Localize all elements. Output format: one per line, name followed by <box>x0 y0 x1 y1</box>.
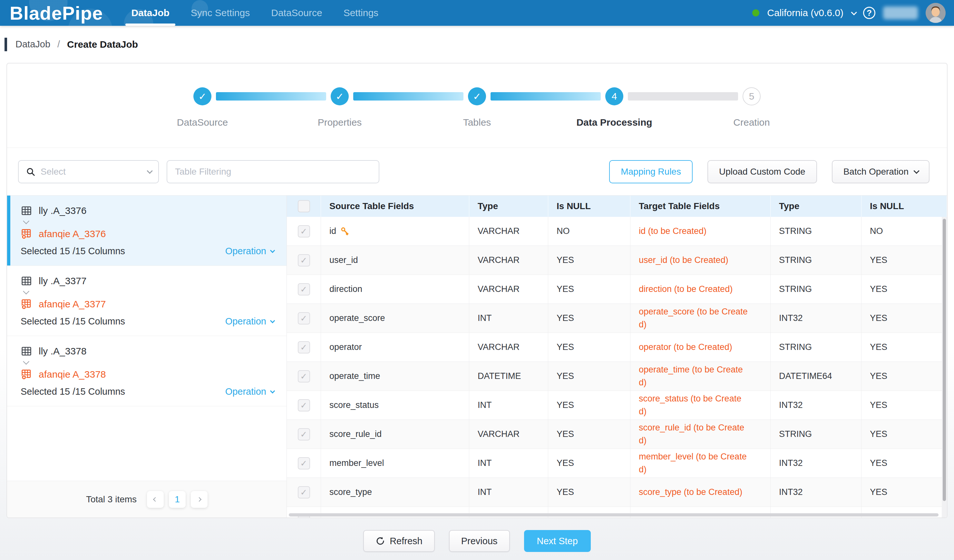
check-icon: ✓ <box>300 372 307 381</box>
batch-operation-button[interactable]: Batch Operation <box>832 160 929 184</box>
table-filter-input[interactable] <box>167 160 379 184</box>
source-table-icon <box>20 276 32 286</box>
source-field-cell: id <box>321 217 469 246</box>
table-list: lly .A_3376afanqie A_3376Selected 15 /15… <box>7 196 287 406</box>
mapping-rules-button[interactable]: Mapping Rules <box>609 160 693 184</box>
chevron-down-icon[interactable] <box>851 9 857 15</box>
next-step-button[interactable]: Next Step <box>524 530 591 552</box>
row-checkbox[interactable]: ✓ <box>298 457 310 470</box>
step-connector <box>628 92 738 101</box>
table-list-panel: lly .A_3376afanqie A_3376Selected 15 /15… <box>7 196 287 518</box>
main-card: ✓DataSource✓Properties✓Tables4Data Proce… <box>6 63 948 518</box>
source-null-cell: YES <box>548 304 630 333</box>
status-dot-icon <box>752 9 759 16</box>
source-null-cell: YES <box>548 420 630 448</box>
nav-item-sync-settings[interactable]: Sync Settings <box>191 0 250 26</box>
prev-page-button[interactable] <box>147 491 164 508</box>
target-null-cell: YES <box>862 304 947 333</box>
chevron-down-icon <box>147 168 153 174</box>
target-null-cell: YES <box>862 362 947 390</box>
user-area: California (v0.6.0) ? <box>752 3 946 23</box>
nav-item-datasource[interactable]: DataSource <box>271 0 322 26</box>
user-avatar[interactable] <box>926 3 946 23</box>
page-title: Create DataJob <box>67 39 138 50</box>
operation-dropdown[interactable]: Operation <box>225 386 274 397</box>
source-type-cell: VARCHAR <box>469 246 548 275</box>
row-checkbox[interactable]: ✓ <box>298 225 310 238</box>
source-field-cell: operate_time <box>321 362 469 390</box>
next-page-button[interactable] <box>191 491 207 508</box>
chevron-down-icon <box>270 248 275 253</box>
table-select-dropdown[interactable]: Select <box>18 160 159 184</box>
nav-item-datajob[interactable]: DataJob <box>131 0 169 26</box>
step-connector <box>216 92 326 101</box>
field-mapping-table: Source Table Fields Type Is NULL Target … <box>287 196 947 518</box>
upload-custom-code-button[interactable]: Upload Custom Code <box>708 160 817 184</box>
step-label: Creation <box>733 117 770 128</box>
breadcrumb: DataJob / Create DataJob <box>0 26 954 63</box>
step-data-processing: 4Data Processing <box>605 87 624 105</box>
target-type-cell: STRING <box>771 246 862 275</box>
row-checkbox[interactable]: ✓ <box>298 254 310 266</box>
row-checkbox[interactable]: ✓ <box>298 428 310 440</box>
vertical-scrollbar-track[interactable] <box>942 217 947 518</box>
row-checkbox[interactable]: ✓ <box>298 486 310 498</box>
target-null-cell: NO <box>862 217 947 246</box>
field-row: ✓idVARCHARNOid (to be Created)STRINGNO <box>287 217 947 246</box>
row-checkbox[interactable]: ✓ <box>298 341 310 353</box>
source-field-cell: score_rule_id <box>321 420 469 448</box>
target-type-cell: INT32 <box>771 304 862 333</box>
horizontal-scrollbar-thumb[interactable] <box>289 513 938 516</box>
breadcrumb-section[interactable]: DataJob <box>16 39 50 50</box>
target-table-name: afanqie A_3377 <box>39 299 106 310</box>
environment-selector[interactable]: California (v0.6.0) <box>767 8 843 19</box>
app-logo: BladePipe <box>10 2 103 24</box>
breadcrumb-indicator <box>5 38 7 51</box>
select-all-checkbox[interactable] <box>298 200 310 212</box>
stepper: ✓DataSource✓Properties✓Tables4Data Proce… <box>193 87 761 105</box>
help-icon[interactable]: ? <box>863 7 875 19</box>
refresh-button[interactable]: Refresh <box>363 530 435 552</box>
field-row: ✓operate_timeDATETIMEYESoperate_time (to… <box>287 362 947 391</box>
check-icon: ✓ <box>300 517 307 518</box>
target-null-cell: YES <box>862 420 947 448</box>
total-items-label: Total 3 items <box>86 494 137 505</box>
row-checkbox[interactable]: ✓ <box>298 283 310 296</box>
mapping-arrow-icon <box>23 358 29 365</box>
table-pair-item[interactable]: lly .A_3378afanqie A_3378Selected 15 /15… <box>7 336 287 406</box>
operation-dropdown[interactable]: Operation <box>225 316 274 327</box>
source-type-cell: INT <box>469 304 548 333</box>
row-checkbox[interactable]: ✓ <box>298 399 310 411</box>
chevron-down-icon <box>270 318 275 324</box>
select-placeholder: Select <box>41 166 142 177</box>
check-icon: ✓ <box>300 314 307 322</box>
content-section: lly .A_3376afanqie A_3376Selected 15 /15… <box>7 196 947 518</box>
refresh-icon <box>376 536 385 546</box>
username-redacted[interactable] <box>883 6 918 19</box>
source-null-cell: YES <box>548 391 630 420</box>
vertical-scrollbar-thumb[interactable] <box>943 219 946 501</box>
nav-item-settings[interactable]: Settings <box>344 0 378 26</box>
target-type-cell: STRING <box>771 420 862 448</box>
panel-filler <box>7 406 287 481</box>
previous-button[interactable]: Previous <box>449 530 510 552</box>
table-pair-item[interactable]: lly .A_3376afanqie A_3376Selected 15 /15… <box>7 196 287 266</box>
check-icon: ✓ <box>300 227 307 235</box>
target-type-cell: STRING <box>771 333 862 361</box>
source-type-cell: INT <box>469 478 548 507</box>
step-datasource: ✓DataSource <box>193 87 211 105</box>
page-number-button[interactable]: 1 <box>169 491 186 508</box>
step-properties: ✓Properties <box>330 87 349 105</box>
source-type-cell: DATETIME <box>469 362 548 390</box>
source-type-cell: VARCHAR <box>469 333 548 361</box>
target-field-cell: operator (to be Created) <box>630 333 771 361</box>
source-field-cell: user_id <box>321 246 469 275</box>
row-checkbox[interactable]: ✓ <box>298 370 310 383</box>
step-label: Tables <box>463 117 491 128</box>
operation-dropdown[interactable]: Operation <box>225 246 274 257</box>
target-field-cell: member_level (to be Created) <box>630 449 771 478</box>
table-pair-item[interactable]: lly .A_3377afanqie A_3377Selected 15 /15… <box>7 266 287 336</box>
row-checkbox[interactable]: ✓ <box>298 312 310 325</box>
target-table-add-icon <box>20 229 32 239</box>
target-field-cell: score_status (to be Created) <box>630 391 771 420</box>
